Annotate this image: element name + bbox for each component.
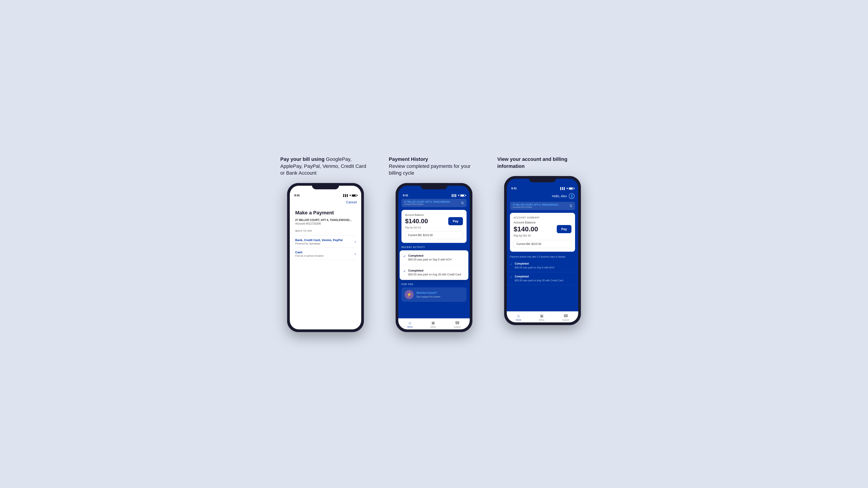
summary-pay-button[interactable]: Pay [557,225,571,233]
cancel-button[interactable]: Cancel [346,200,357,204]
payment-option-digital[interactable]: Bank, Credit Card, Venmo, PayPal Powered… [295,235,356,248]
phone2-notch [421,183,447,189]
activity-detail-2: $35.00 was paid on Aug 28 with Credit Ca… [408,273,461,276]
phone3-nav-billing-label: Billing [539,319,544,321]
phone1-notch [312,183,339,189]
chevron-right-icon: › [355,240,356,244]
wifi-icon: ▾ [458,194,459,197]
ways-to-pay-label: WAYS TO PAY [295,230,356,232]
support-icon: ☎ [455,320,460,325]
summary-balance-label: Account Balance [514,221,571,224]
phone2-address-bar[interactable]: 27 MILLER COURT, APT 6, TANGLEWOOD... Ac… [401,199,467,207]
digital-payment-label: Bank, Credit Card, Venmo, PayPal [295,238,355,242]
phone2-address-text: 27 MILLER COURT, APT 6, TANGLEWOOD... [404,201,451,203]
phone3-address-bar[interactable]: 27 MILLER COURT, APT 8, TANGLEWOOD... Ac… [510,202,575,210]
recent-activity-label: RECENT ACTIVITY [398,243,470,250]
expand-icon-3: ⇅ [569,204,572,208]
current-bill: Current Bill: $215.00 [405,231,463,239]
nav-home[interactable]: ⌂ Home [407,321,412,328]
check-icon-3-1: ✓ [510,263,513,266]
summary-section-label: ACCOUNT SUMMARY [514,217,571,219]
for-you-label: FOR YOU [398,280,470,287]
activity-item-1: ✓ Completed $40.00 was paid on Sep 6 wit… [400,250,468,265]
check-icon-1: ✓ [403,254,406,258]
phone3-activity-item-1: ✓ Completed $40.00 was paid on Sep 6 wit… [507,259,578,272]
phone2-frame: 9:41 ▌▌▌ ▾ 27 MILLER COURT, APT 6, TANGL… [396,183,472,332]
check-icon-2: ✓ [403,269,406,273]
battery-icon [460,194,465,197]
phone2-status-icons: ▌▌▌ ▾ [452,194,465,197]
phone3-nav-support-label: Support [562,319,569,321]
hello-text: Hello, Alex [552,194,567,198]
nav-billing-label: Billing [430,326,436,328]
phone3-time: 9:41 [511,187,517,190]
phone1-caption: Pay your bill using GooglePay, ApplePay,… [278,156,373,177]
summary-current-bill: Current Bill: $215.00 [514,240,571,248]
phone1-time: 9:41 [294,194,300,197]
activity-status-1: Completed [408,254,452,257]
phone3-nav-home-label: Home [516,319,521,321]
phone3-frame: 9:41 ▌▌▌ ▾ Hello, Alex 👤 27 MILLER COURT… [504,176,581,325]
pay-button[interactable]: Pay [448,217,463,225]
balance-amount: $140.00 [405,218,428,225]
phone3-account-text: Account #012720206 [513,206,560,208]
nav-support-label: Support [454,326,461,328]
billing-icon: ▣ [431,320,435,325]
billing-icon-3: ▣ [540,313,544,318]
phone1-cancel-bar: Cancel [290,198,361,206]
phone1-content: Make a Payment 27 MILLER COURT, APT 6, T… [290,206,361,264]
phone2-balance-card: Account Balance $140.00 Pay Pay by Oct 1… [401,210,467,243]
cash-payment-label: Cash [295,251,355,254]
phone3-column: View your account and billing informatio… [495,156,590,325]
home-icon-3: ⌂ [517,314,520,318]
phone2-time: 9:41 [403,194,408,197]
phone3-activity-detail-1: $40.00 was paid on Sep 6 with ACH [515,266,555,269]
battery-icon [352,194,357,197]
user-avatar-icon[interactable]: 👤 [569,193,575,199]
phone2-caption: Payment HistoryReview completed payments… [386,156,482,177]
nav-home-label: Home [407,326,412,328]
phone3-nav-billing[interactable]: ▣ Billing [539,313,544,321]
phone1-screen: 9:41 ▌▌▌ ▾ Cancel Make a Payment 27 MILL… [290,186,361,329]
phone3-notch [529,176,556,182]
summary-due-date: Pay by Oct 14 [514,234,571,237]
chevron-right-icon-2: › [355,252,356,256]
service-card[interactable]: ⚡ Service issue? Get support for power [401,287,467,302]
phone2-account-text: Account #012720206 [404,203,451,205]
cash-payment-sub: Find an in-person location [295,254,355,257]
phone1-address: 27 MILLER COURT, APT 6, TANGLEWOOD... [295,219,356,222]
signal-icon: ▌▌▌ [452,194,457,197]
activity-detail-1: $40.00 was paid on Sep 6 with ACH [408,258,452,261]
summary-amount: $140.00 [514,225,538,233]
payment-option-cash[interactable]: Cash Find an in-person location › [295,248,356,260]
wifi-icon: ▾ [349,194,351,197]
phone1-account: Account #012720206 [295,222,356,225]
activity-card: ✓ Completed $40.00 was paid on Sep 6 wit… [400,250,468,280]
phone1-column: Pay your bill using GooglePay, ApplePay,… [278,156,373,332]
activity-item-2: ✓ Completed $35.00 was paid on Aug 28 wi… [400,265,468,280]
nav-support[interactable]: ☎ Support [454,320,461,328]
phone3-activity-detail-2: $35.00 was paid on Aug 28 with Credit Ca… [515,279,563,282]
due-date: Pay by Oct 14 [405,226,463,229]
phone1-title: Make a Payment [295,210,356,216]
service-sub: Get support for power [416,295,440,298]
phone2-caption-rest: Review completed payments for your billi… [389,163,471,176]
phone3-activity-status-2: Completed [515,275,563,278]
page-container: Pay your bill using GooglePay, ApplePay,… [276,156,592,332]
phone3-caption-bold: View your account and billing informatio… [497,156,567,169]
bottom-nav: ⌂ Home ▣ Billing ☎ Support [398,318,470,329]
phone3-nav-home[interactable]: ⌂ Home [516,314,521,321]
digital-payment-sub: Powered by Speedpay [295,242,355,245]
phone2-screen: 9:41 ▌▌▌ ▾ 27 MILLER COURT, APT 6, TANGL… [398,186,470,329]
check-icon-3-2: ✓ [510,275,513,279]
support-icon-3: ☎ [563,313,568,318]
nav-billing[interactable]: ▣ Billing [430,320,436,328]
phone2-caption-bold: Payment History [389,156,428,162]
phone1-frame: 9:41 ▌▌▌ ▾ Cancel Make a Payment 27 MILL… [287,183,364,332]
phone3-screen: 9:41 ▌▌▌ ▾ Hello, Alex 👤 27 MILLER COURT… [507,179,578,322]
balance-label: Account Balance [405,214,463,216]
service-label: Service issue? [416,291,440,294]
service-icon: ⚡ [405,290,414,299]
phone3-activity-item-2: ✓ Completed $35.00 was paid on Aug 28 wi… [507,272,578,285]
phone3-nav-support[interactable]: ☎ Support [562,313,569,321]
